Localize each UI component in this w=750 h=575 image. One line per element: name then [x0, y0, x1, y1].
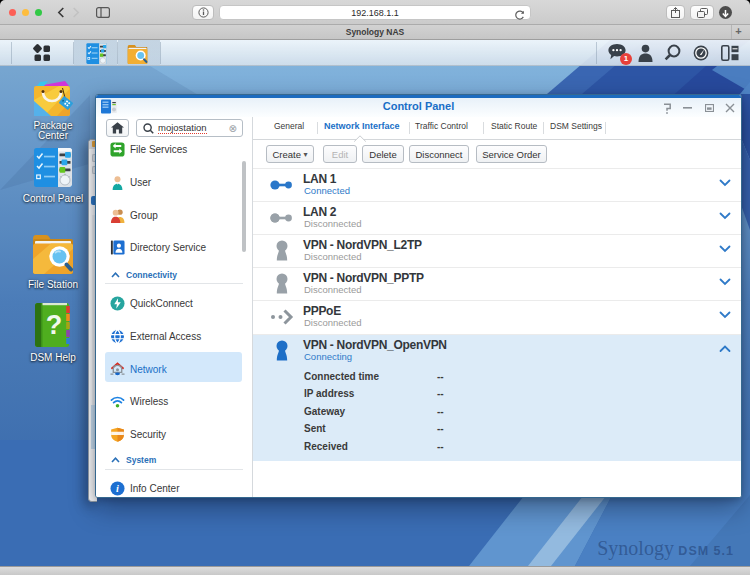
svg-text:?: ?: [46, 310, 63, 340]
svg-text:i: i: [116, 483, 119, 494]
